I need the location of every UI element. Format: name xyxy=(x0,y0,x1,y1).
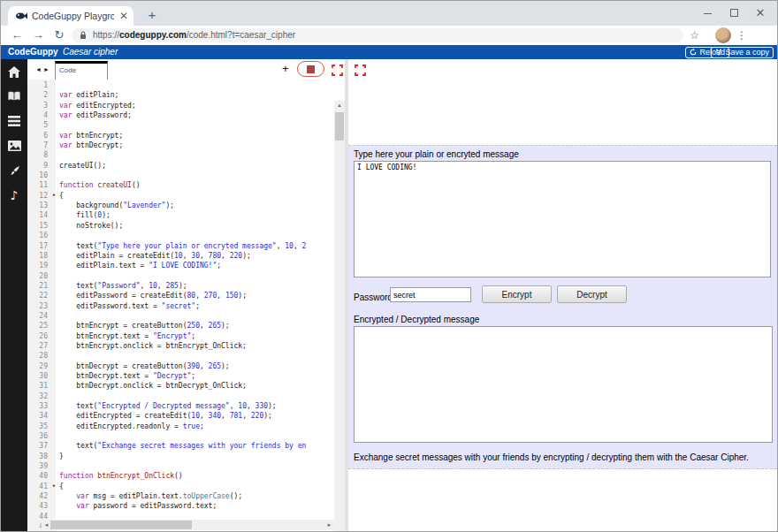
save-a-copy-button[interactable]: Save a copy xyxy=(711,47,774,58)
code-line: 27 btnEncrypt.onclick = btnEncrypt_OnCli… xyxy=(27,341,345,351)
lock-icon xyxy=(80,31,87,40)
forward-button[interactable]: → xyxy=(29,26,47,45)
code-text xyxy=(56,150,59,160)
plain-message-textarea[interactable]: I LOVE CODING! xyxy=(354,161,771,277)
editor-tab-code[interactable]: Code xyxy=(55,61,108,80)
editor-fullscreen-icon[interactable] xyxy=(332,65,343,76)
sidebar-item-list[interactable] xyxy=(1,109,27,133)
code-text: var msg = editPlain.text.toUpperCase(); xyxy=(56,491,242,501)
code-line: 24 xyxy=(27,311,345,321)
code-line: 5 xyxy=(27,120,345,130)
fold-arrow-icon[interactable]: ▾ xyxy=(52,191,56,201)
sidebar-item-home[interactable] xyxy=(1,59,27,84)
code-text xyxy=(56,431,59,441)
code-text: background("Lavender"); xyxy=(56,201,174,210)
decrypt-button[interactable]: Decrypt xyxy=(557,285,627,303)
code-line: 34 editEncrypted = createEdit(10, 340, 7… xyxy=(27,411,345,421)
code-text: btnEncrypt.onclick = btnEncrypt_OnClick; xyxy=(56,341,247,351)
sidebar-item-brush[interactable] xyxy=(1,158,27,183)
add-file-button[interactable]: + xyxy=(282,62,289,76)
code-line: 26 btnEncrypt.text = "Encrypt"; xyxy=(27,331,345,341)
tab-scroll-left-icon[interactable]: ◄ xyxy=(35,65,42,73)
code-text: { xyxy=(56,191,64,201)
code-line: 17 text("Type here your plain or encryte… xyxy=(27,241,345,251)
line-number: 1 xyxy=(27,80,56,90)
line-number: 6 xyxy=(27,131,56,141)
code-text: var password = editPassword.text; xyxy=(56,501,217,511)
browser-tab[interactable]: CodeGuppy Playground ✕ xyxy=(8,6,133,26)
code-lines: 12var editPlain;3var editEncrypted;4var … xyxy=(27,80,345,531)
code-line: 32 xyxy=(27,391,345,401)
code-line: 37 text("Exchange secret messages with y… xyxy=(27,441,345,451)
stop-button[interactable] xyxy=(297,61,324,77)
code-text: createUI(); xyxy=(56,161,106,171)
editor-horizontal-scrollbar[interactable]: ◄ ► xyxy=(42,520,334,530)
line-number: 7 xyxy=(27,141,56,150)
vertical-scroll-thumb[interactable] xyxy=(335,112,344,141)
code-line: 8 xyxy=(27,150,345,160)
line-number: 20 xyxy=(27,271,56,281)
fold-arrow-icon[interactable]: ▾ xyxy=(52,482,56,491)
menu-dots-icon[interactable]: ⋮ xyxy=(736,26,747,45)
line-number: 15 xyxy=(27,221,56,231)
code-line: 21 text("Password", 10, 285); xyxy=(27,281,345,291)
code-text: text("Encrypted / Decrypted message", 10… xyxy=(56,401,277,411)
line-number: 22 xyxy=(27,291,56,300)
project-name-link[interactable]: Caesar cipher xyxy=(63,45,118,59)
new-tab-button[interactable]: + xyxy=(142,5,162,25)
window-minimize-button[interactable] xyxy=(694,1,721,26)
bookmark-star-icon[interactable]: ☆ xyxy=(690,26,699,45)
back-button[interactable]: ← xyxy=(8,26,26,45)
line-number: 11 xyxy=(27,180,56,190)
sidebar-item-music[interactable]: ♪ xyxy=(1,183,27,208)
code-text: btnEncrypt = createButton(250, 265); xyxy=(56,321,230,331)
code-line: 14 fill(0); xyxy=(27,210,345,220)
line-number: 16 xyxy=(27,231,56,240)
home-icon xyxy=(8,66,20,78)
sidebar: ♪ xyxy=(1,59,27,531)
code-text: fill(0); xyxy=(56,210,111,220)
code-text: { xyxy=(56,482,64,491)
code-text xyxy=(56,311,59,321)
code-line: 33 text("Encrypted / Decrypted message",… xyxy=(27,401,345,411)
window-close-button[interactable]: ✕ xyxy=(747,1,774,26)
code-line: 15 noStroke(); xyxy=(27,221,345,231)
code-text: editPlain.text = "I LOVE CODING!"; xyxy=(56,261,221,270)
code-line: 43 var password = editPassword.text; xyxy=(27,501,345,511)
preview-pane: Type here your plain or encryted message… xyxy=(348,59,777,531)
line-number: 35 xyxy=(27,422,56,431)
editor-vertical-scrollbar[interactable]: ▲ ▼ xyxy=(334,101,345,531)
line-number: 21 xyxy=(27,281,56,291)
address-bar[interactable]: https://codeguppy.com/code.html?t=caesar… xyxy=(72,28,683,42)
reload-button[interactable]: ↻ xyxy=(50,26,68,45)
profile-avatar[interactable] xyxy=(715,27,731,43)
line-number: 2 xyxy=(27,90,56,100)
preview-fullscreen-icon[interactable] xyxy=(355,65,366,76)
password-input[interactable] xyxy=(390,287,471,302)
tab-scroll-right-icon[interactable]: ► xyxy=(43,65,50,73)
sidebar-item-image[interactable] xyxy=(1,133,27,158)
encrypted-message-textarea[interactable] xyxy=(354,326,773,443)
list-icon xyxy=(8,116,20,126)
browser-toolbar: ← → ↻ https://codeguppy.com/code.html?t=… xyxy=(1,26,777,45)
code-text: text("Exchange secret messages with your… xyxy=(56,441,306,451)
code-line: 2var editPlain; xyxy=(27,90,345,100)
codeguppy-app-bar: CodeGuppy Caesar cipher Reload Save a co… xyxy=(1,45,777,59)
brand-logo[interactable]: CodeGuppy xyxy=(8,45,58,59)
encrypt-button[interactable]: Encrypt xyxy=(482,285,552,303)
scroll-up-icon[interactable]: ▲ xyxy=(334,101,345,110)
code-text: btnEncrypt.text = "Encrypt"; xyxy=(56,331,195,341)
sidebar-item-book[interactable] xyxy=(1,84,27,109)
code-editor[interactable]: 12var editPlain;3var editEncrypted;4var … xyxy=(27,80,345,531)
line-number: 25 xyxy=(27,321,56,331)
horizontal-scroll-thumb[interactable] xyxy=(50,521,192,529)
line-number: 26 xyxy=(27,331,56,341)
code-line: 1 xyxy=(27,80,345,90)
line-number: 38 xyxy=(27,452,56,461)
tab-close-icon[interactable]: ✕ xyxy=(119,6,128,26)
scroll-right-icon[interactable]: ► xyxy=(324,520,334,530)
line-number: 42 xyxy=(27,491,56,501)
code-line: 31 btnDecrypt.onclick = btnDecrypt_OnCli… xyxy=(27,381,345,391)
url-text: https://codeguppy.com/code.html?t=caesar… xyxy=(93,28,295,42)
window-maximize-button[interactable] xyxy=(721,1,747,26)
